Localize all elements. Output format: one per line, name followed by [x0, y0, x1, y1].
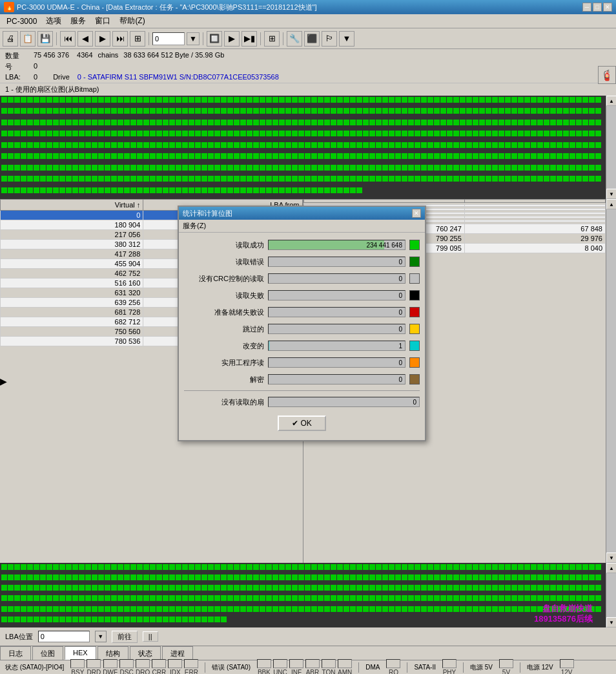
toolbar-btn-filter[interactable]: 🔲	[207, 31, 222, 47]
stat-value-2: 0	[398, 274, 402, 283]
stat-label-0: 读取成功	[184, 240, 268, 250]
stat-bar-8: 0	[268, 374, 406, 384]
toolbar-btn-3[interactable]: 💾	[37, 31, 53, 47]
stat-row-0: 读取成功 234 441 648	[184, 238, 420, 252]
stat-row-6: 改变的 1	[184, 339, 420, 353]
stat-row-3: 读取失败 0	[184, 288, 420, 302]
toolbar-btn-flag[interactable]: 🏳	[322, 31, 337, 47]
dialog-separator	[184, 390, 420, 391]
stat-row-8: 解密 0	[184, 372, 420, 386]
stat-label-5: 跳过的	[184, 324, 268, 334]
stat-color-5	[409, 324, 420, 334]
stat-bar-0: 234 441 648	[268, 240, 406, 250]
stat-color-2	[409, 273, 420, 284]
app-container: 🔥 PC-3000 UDMA-E - China - [Data Extract…	[0, 0, 616, 674]
info-row-3: LBA: 0 Drive 0 - SATAFIRM S11 SBFM91W1 S…	[5, 72, 611, 81]
toolbar-btn-1[interactable]: 🖨	[3, 31, 18, 47]
lba-label: LBA:	[5, 73, 31, 81]
stat-row-1: 读取错误 0	[184, 255, 420, 269]
ok-button[interactable]: ✔ OK	[278, 416, 326, 431]
toolbar-btn-2[interactable]: 📋	[20, 31, 36, 47]
info-bar: 数量 75 456 376 4364 chains 38 633 664 512…	[0, 49, 616, 83]
stat-value-7: 0	[398, 358, 402, 367]
stat-color-7	[409, 357, 420, 368]
unread-row: 没有读取的扇 0	[184, 395, 420, 409]
toolbar-dropdown[interactable]: ▼	[187, 32, 200, 45]
right-side-panel: 🧯	[597, 65, 616, 85]
unread-bar: 0	[268, 397, 420, 407]
stat-label-2: 没有CRC控制的读取	[184, 274, 268, 284]
stat-rows: 读取成功 234 441 648 读取错误 0 没有CRC控制的读取 0 读取失…	[184, 238, 420, 386]
drive-label: Drive	[53, 73, 70, 81]
chains-count: 4364	[77, 51, 92, 61]
toolbar-sep-1	[56, 32, 57, 45]
stat-row-5: 跳过的 0	[184, 322, 420, 336]
dialog-footer: ✔ OK	[184, 412, 420, 435]
row-label: 号	[5, 62, 31, 72]
stat-label-7: 实用工程序读	[184, 358, 268, 368]
title-bar-buttons: ─ □ ✕	[582, 3, 612, 12]
window-title: PC-3000 UDMA-E - China - [Data Extractor…	[17, 3, 317, 12]
stat-fill-6	[269, 341, 270, 350]
stat-bar-6: 1	[268, 341, 406, 351]
number-value: 75 456 376	[34, 51, 69, 61]
menu-service[interactable]: 服务	[67, 14, 90, 28]
close-btn[interactable]: ✕	[603, 3, 612, 12]
dialog-close-btn[interactable]: ✕	[412, 209, 421, 218]
title-bar: 🔥 PC-3000 UDMA-E - China - [Data Extract…	[0, 0, 616, 14]
stat-label-4: 准备就绪失败设	[184, 308, 268, 317]
toolbar-btn-play[interactable]: ▶	[224, 31, 240, 47]
section1-label: 1 - 使用的扇区位图(从Bitmap)	[0, 83, 616, 96]
dialog-body: 读取成功 234 441 648 读取错误 0 没有CRC控制的读取 0 读取失…	[179, 233, 425, 440]
toolbar-lba-input[interactable]	[152, 32, 185, 45]
stat-label-3: 读取失败	[184, 291, 268, 300]
menu-options[interactable]: 选项	[42, 14, 65, 28]
stat-row-7: 实用工程序读 0	[184, 355, 420, 370]
toolbar-btn-view[interactable]: ⊞	[264, 31, 280, 47]
row-value: 0	[34, 62, 37, 72]
drive-value: 0 - SATAFIRM S11 SBFM91W1 S/N:DB8C077A1C…	[77, 73, 279, 81]
menu-window[interactable]: 窗口	[91, 14, 114, 28]
stats-dialog: 统计和计算位图 ✕ 服务(Z) 读取成功 234 441 648 读取错误 0 …	[178, 205, 426, 441]
stat-color-8	[409, 374, 420, 384]
stat-color-1	[409, 257, 420, 267]
restore-btn[interactable]: □	[593, 3, 602, 12]
unread-value: 0	[413, 397, 416, 406]
number-label: 数量	[5, 51, 31, 61]
stat-label-6: 改变的	[184, 341, 268, 351]
stat-value-6: 1	[398, 341, 402, 350]
toolbar-btn-prev[interactable]: ◀	[77, 31, 93, 47]
byte-count: 38 633 664 512 Byte / 35.98 Gb	[123, 51, 224, 61]
stat-value-3: 0	[398, 291, 402, 300]
toolbar-btn-more[interactable]: ▼	[339, 31, 354, 47]
toolbar-btn-wrench[interactable]: 🔧	[287, 31, 302, 47]
stat-bar-3: 0	[268, 290, 406, 300]
toolbar-btn-skip-end[interactable]: ⏭	[112, 31, 128, 47]
toolbar-btn-next[interactable]: ▶	[95, 31, 110, 47]
stat-value-5: 0	[398, 324, 402, 333]
content-wrapper: ▲ ▼ ▶ Virtual ↑ LBA from	[0, 96, 616, 674]
menu-help[interactable]: 帮助(Z)	[116, 14, 149, 28]
toolbar-btn-grid[interactable]: ⊞	[130, 31, 145, 47]
stat-color-4	[409, 307, 420, 317]
info-row-1: 数量 75 456 376 4364 chains 38 633 664 512…	[5, 50, 611, 61]
stat-bar-4: 0	[268, 307, 406, 317]
stat-value-1: 0	[398, 257, 402, 266]
stat-color-6	[409, 341, 420, 351]
minimize-btn[interactable]: ─	[582, 3, 591, 12]
stat-label-8: 解密	[184, 375, 268, 384]
toolbar-btn-skip-start[interactable]: ⏮	[60, 31, 76, 47]
menu-app[interactable]: PC-3000	[3, 16, 41, 27]
stat-bar-5: 0	[268, 324, 406, 334]
stat-value-0: 234 441 648	[366, 240, 402, 249]
toolbar-btn-stop[interactable]: ⬛	[304, 31, 320, 47]
stat-color-3	[409, 290, 420, 300]
stat-bar-1: 0	[268, 257, 406, 267]
toolbar-btn-play2[interactable]: ▶▮	[241, 31, 257, 47]
toolbar-sep-3	[203, 32, 203, 45]
dialog-menu-service[interactable]: 服务(Z)	[183, 222, 206, 229]
extinguisher-icon[interactable]: 🧯	[598, 66, 616, 84]
stat-value-8: 0	[398, 375, 402, 384]
chains-label: chains	[98, 51, 119, 61]
toolbar-sep-2	[149, 32, 149, 45]
